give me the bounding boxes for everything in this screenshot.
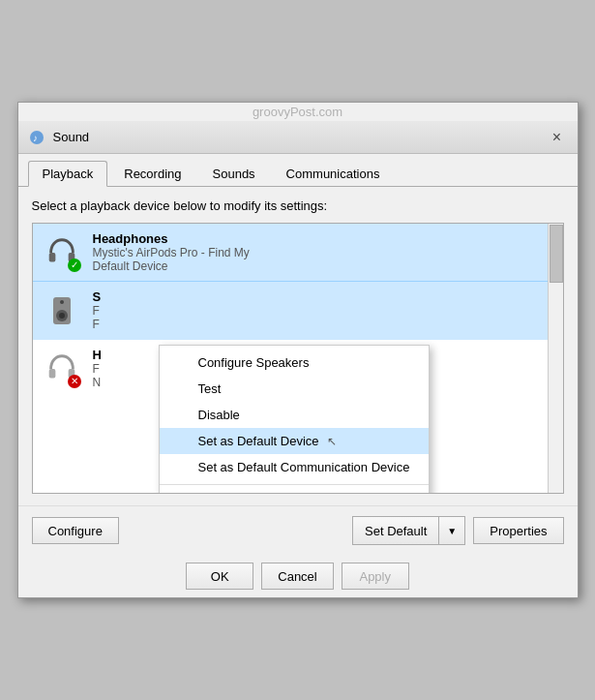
svg-rect-2 [48,253,55,262]
context-menu: Configure Speakers Test Disable Set as D… [159,345,431,494]
ok-cancel-bar: OK Cancel Apply [18,555,578,597]
scrollbar[interactable] [548,224,563,493]
set-default-button[interactable]: Set Default [353,517,439,544]
device-name-2: S [93,289,553,304]
title-bar: ♪ Sound × [18,121,578,154]
status-badge-red: ✕ [68,375,81,388]
properties-button[interactable]: Properties [473,517,563,544]
svg-text:♪: ♪ [33,133,38,143]
tab-playback[interactable]: Playback [28,161,108,187]
dialog-title: Sound [53,130,547,144]
cancel-button[interactable]: Cancel [261,563,333,590]
device-name: Headphones [93,231,553,246]
tab-communications[interactable]: Communications [272,161,395,187]
device-sub2-1: F [93,304,553,318]
menu-set-default-device[interactable]: Set as Default Device ↖ [160,428,430,454]
menu-set-default-comm[interactable]: Set as Default Communication Device [160,454,430,480]
ok-button[interactable]: OK [186,563,253,590]
sound-icon: ♪ [28,129,45,146]
sound-dialog: groovyPost.com ♪ Sound × Playback Record… [17,102,579,598]
device-info-2: S F F [93,289,553,331]
cursor-icon: ↖ [327,435,337,448]
status-badge-green: ✓ [68,259,81,272]
menu-test[interactable]: Test [160,376,430,402]
bottom-bar: Configure Set Default ▼ Properties [18,505,578,555]
set-default-arrow[interactable]: ▼ [439,517,464,544]
device-list[interactable]: ✓ Headphones Mystic's AirPods Pro - Find… [32,223,564,494]
configure-button[interactable]: Configure [32,517,119,544]
speaker-icon [44,292,80,329]
device-info-headphones: Headphones Mystic's AirPods Pro - Find M… [93,231,553,273]
tabs-bar: Playback Recording Sounds Communications [18,154,578,187]
headphones2-icon-container: ✕ [43,350,81,388]
device-item-headphones[interactable]: ✓ Headphones Mystic's AirPods Pro - Find… [33,224,563,282]
device-item-2[interactable]: S F F [33,282,563,340]
svg-point-7 [60,300,64,304]
menu-separator-1 [160,484,430,485]
device-sub2: Default Device [93,259,553,273]
device-sub2-2: F [93,318,553,331]
speaker-icon-container [43,291,81,330]
menu-disable[interactable]: Disable [160,402,430,428]
menu-show-disabled[interactable]: ✓ Show Disabled Devices [160,489,430,494]
svg-rect-8 [48,369,55,379]
device-sub1: Mystic's AirPods Pro - Find My [93,246,553,259]
headphones-icon-container: ✓ [43,233,81,272]
instruction-text: Select a playback device below to modify… [32,198,564,213]
watermark: groovyPost.com [18,103,578,121]
tab-sounds[interactable]: Sounds [198,161,270,187]
apply-button[interactable]: Apply [342,563,409,590]
scrollbar-thumb[interactable] [550,225,563,283]
set-default-split: Set Default ▼ [352,516,465,545]
tab-recording[interactable]: Recording [109,161,195,187]
menu-configure-speakers[interactable]: Configure Speakers [160,350,430,376]
close-button[interactable]: × [547,127,568,148]
content-area: Select a playback device below to modify… [18,187,578,505]
svg-point-6 [59,313,65,319]
